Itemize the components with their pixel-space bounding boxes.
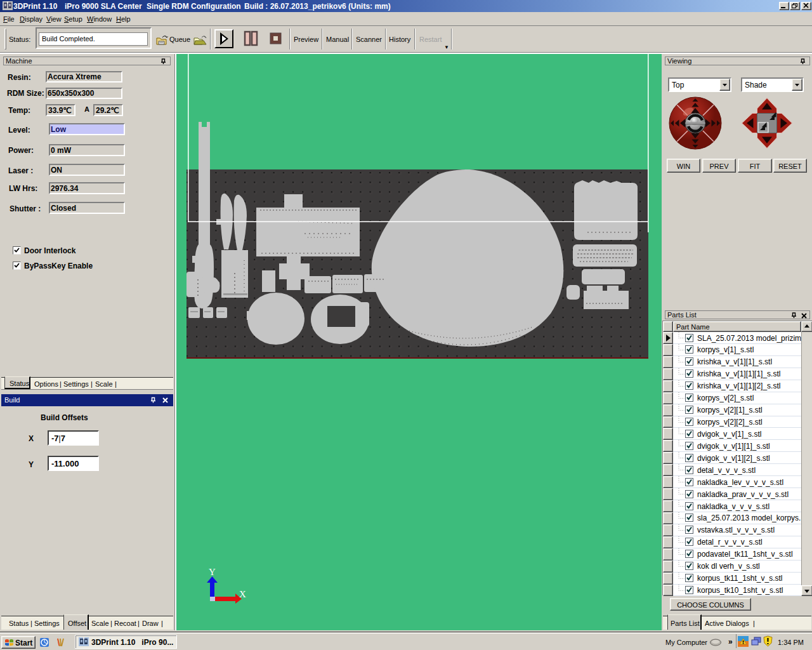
svg-text:Y: Y	[209, 567, 216, 577]
svg-text:X: X	[239, 589, 246, 599]
